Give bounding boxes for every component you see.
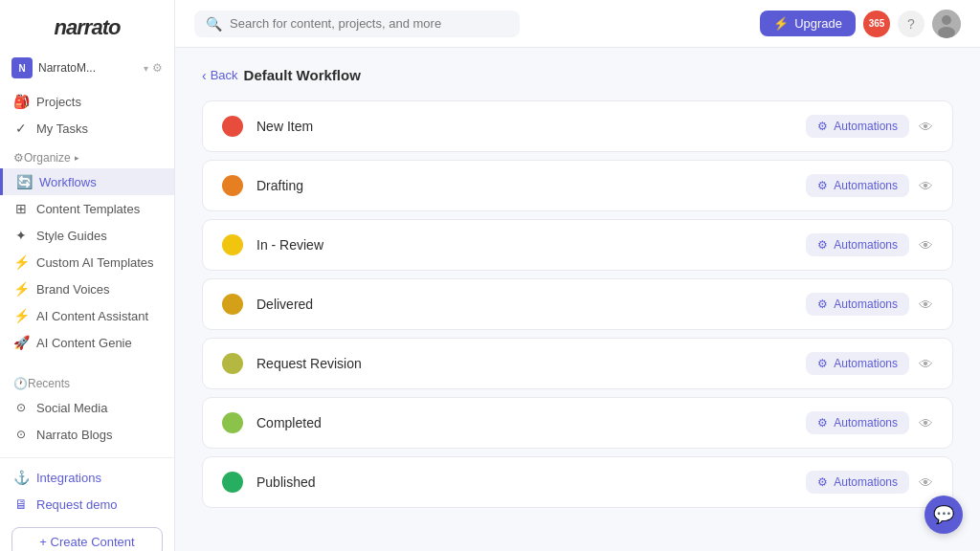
eye-icon[interactable]: 👁 [919,297,933,313]
workspace-row[interactable]: N NarratoM... ▾ ⚙ [0,52,174,84]
automations-button-in-review[interactable]: ⚙ Automations [806,233,909,256]
chat-bubble-button[interactable]: 💬 [924,496,963,534]
eye-icon[interactable]: 👁 [919,119,933,135]
automations-icon: ⚙ [817,416,828,430]
topbar-right: ⚡ Upgrade 365 ? [760,10,961,38]
automations-label: Automations [834,120,898,133]
workflow-item-name: In - Review [256,237,806,253]
sidebar-item-integrations[interactable]: ⚓ Integrations [0,464,174,491]
sidebar-item-social-media[interactable]: ⊙ Social Media [0,394,174,421]
workflow-item: Delivered ⚙ Automations 👁 [202,278,953,330]
status-dot-new-item [222,116,243,137]
sidebar-item-label: Brand Voices [36,282,110,297]
automations-button-drafting[interactable]: ⚙ Automations [806,174,909,197]
recents-label: Recents [28,377,70,390]
recents-icon: 🕐 [13,377,28,390]
back-label: Back [211,68,238,82]
sidebar-item-ai-genie[interactable]: 🚀 AI Content Genie [0,329,174,356]
automations-icon: ⚙ [817,120,828,133]
chevron-down-icon: ▾ [144,63,148,74]
projects-icon: 🎒 [13,94,29,109]
recents-section: 🕐 Recents [0,367,174,394]
sidebar-item-label: Workflows [39,175,97,189]
page-title: Default Workflow [244,67,361,83]
eye-icon[interactable]: 👁 [919,237,933,253]
tasks-icon: ✓ [13,121,29,136]
sidebar-item-narrato-blogs[interactable]: ⊙ Narrato Blogs [0,421,174,448]
automations-button-request-revision[interactable]: ⚙ Automations [806,352,909,375]
gear-icon[interactable]: ⚙ [152,61,163,75]
upgrade-label: Upgrade [794,16,842,31]
workflow-item: In - Review ⚙ Automations 👁 [202,219,953,271]
eye-icon[interactable]: 👁 [919,474,933,491]
svg-point-2 [938,27,955,38]
status-dot-in-review [222,234,243,255]
organize-icon: ⚙ [13,151,24,165]
organize-section[interactable]: ⚙ Organize ▸ [0,142,174,168]
sidebar-item-request-demo[interactable]: 🖥 Request demo [0,491,174,518]
integrations-icon: ⚓ [13,470,29,485]
eye-icon[interactable]: 👁 [919,178,933,194]
sidebar-item-label: Social Media [36,401,107,415]
workflows-icon: 🔄 [16,174,32,189]
help-button[interactable]: ? [898,11,924,37]
request-demo-icon: 🖥 [13,496,29,512]
topbar: 🔍 ⚡ Upgrade 365 ? [175,0,980,48]
logo-area: narrato [0,11,174,52]
sidebar-item-label: Integrations [36,471,101,485]
back-arrow-icon: ‹ [202,68,207,83]
sidebar-item-label: My Tasks [36,121,88,136]
search-input[interactable] [230,16,508,31]
workspace-icon: N [11,57,33,78]
automations-button-delivered[interactable]: ⚙ Automations [806,293,909,316]
automations-button-completed[interactable]: ⚙ Automations [806,411,909,434]
sidebar-item-tasks[interactable]: ✓ My Tasks [0,115,174,142]
status-dot-drafting [222,175,243,196]
automations-label: Automations [834,475,898,489]
sidebar-item-label: AI Content Assistant [36,309,148,323]
ai-genie-icon: 🚀 [13,335,29,350]
app-logo: narrato [55,15,121,40]
sidebar-item-workflows[interactable]: 🔄 Workflows [0,168,174,195]
status-dot-published [222,472,243,493]
automations-icon: ⚙ [817,475,828,489]
back-button[interactable]: ‹ Back [202,68,238,83]
notification-badge[interactable]: 365 [863,11,890,37]
search-bar[interactable]: 🔍 [194,11,520,37]
sidebar-item-content-templates[interactable]: ⊞ Content Templates [0,195,174,222]
automations-icon: ⚙ [817,357,828,370]
automations-button-new-item[interactable]: ⚙ Automations [806,115,909,138]
workflow-item-name: Drafting [256,178,806,193]
sidebar-item-projects[interactable]: 🎒 Projects [0,88,174,115]
sidebar-item-label: AI Content Genie [36,336,132,350]
sidebar-bottom: ⚓ Integrations 🖥 Request demo + Create C… [0,448,174,551]
workflow-item: New Item ⚙ Automations 👁 [202,100,953,152]
user-avatar[interactable] [932,10,961,38]
automations-button-published[interactable]: ⚙ Automations [806,471,909,494]
automations-icon: ⚙ [817,238,828,252]
status-dot-delivered [222,294,243,315]
content-templates-icon: ⊞ [13,201,29,216]
workflow-item-name: Delivered [256,297,806,312]
sidebar-item-style-guides[interactable]: ✦ Style Guides [0,222,174,249]
social-media-icon: ⊙ [13,400,29,415]
eye-icon[interactable]: 👁 [919,356,933,372]
automations-label: Automations [834,238,898,252]
page-content: ‹ Back Default Workflow New Item ⚙ Autom… [175,48,980,551]
eye-icon[interactable]: 👁 [919,415,933,431]
automations-label: Automations [834,179,898,192]
automations-label: Automations [834,357,898,370]
workflow-item-name: Request Revision [256,356,806,371]
sidebar-item-ai-assistant[interactable]: ⚡ AI Content Assistant [0,302,174,329]
search-icon: 🔍 [206,16,222,32]
sidebar: narrato N NarratoM... ▾ ⚙ 🎒 Projects ✓ M… [0,0,175,551]
sidebar-item-brand-voices[interactable]: ⚡ Brand Voices [0,276,174,302]
workflow-item: Request Revision ⚙ Automations 👁 [202,338,953,389]
create-content-button[interactable]: + Create Content [11,527,163,551]
sidebar-item-custom-ai[interactable]: ⚡ Custom AI Templates [0,249,174,276]
chat-icon: 💬 [933,504,954,525]
automations-icon: ⚙ [817,298,828,311]
upgrade-button[interactable]: ⚡ Upgrade [760,11,856,36]
workflow-item-name: New Item [256,119,806,134]
status-dot-completed [222,412,243,433]
